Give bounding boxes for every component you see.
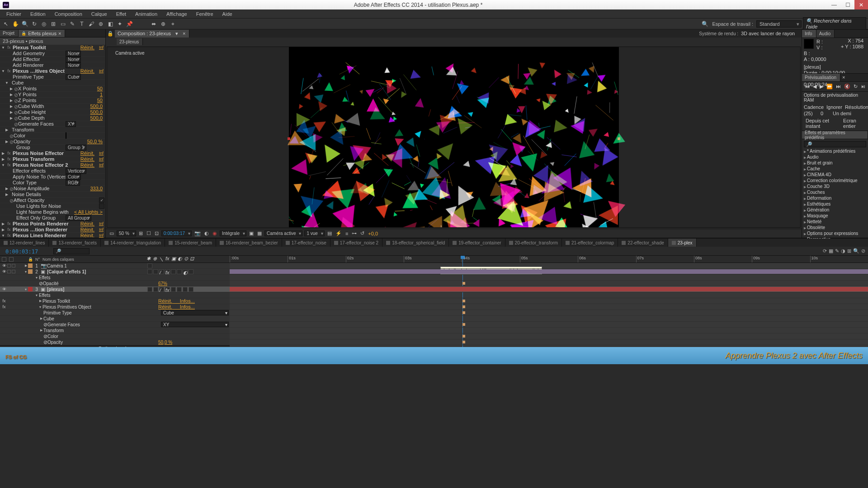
close-button[interactable]: ✕	[854, 0, 868, 9]
rotate-tool[interactable]: ↻	[30, 20, 38, 28]
tl-tool-icon[interactable]: ✎	[835, 248, 839, 254]
y-points-value[interactable]: 1	[100, 92, 104, 97]
reset-link[interactable]: Réinit.	[80, 233, 96, 238]
about-link[interactable]: Inf	[96, 227, 104, 232]
gen-faces-prop[interactable]: Generate Faces	[47, 322, 161, 327]
transform-group[interactable]: Transform	[9, 127, 104, 132]
tl-tab[interactable]: 12-renderer_lines	[0, 239, 49, 247]
magnify-icon[interactable]: ▭	[108, 230, 115, 236]
fast-preview-icon[interactable]: ⚡	[335, 230, 343, 236]
layer-name[interactable]: [plexus]	[47, 287, 147, 292]
affect-opacity-check[interactable]: ✓	[99, 197, 104, 203]
layer-search[interactable]	[53, 248, 90, 254]
tl-tab[interactable]: 17-effector_noise	[282, 239, 330, 247]
transform-prop[interactable]: Transform	[43, 328, 229, 333]
tl-tab[interactable]: 20-effector_transform	[505, 239, 562, 247]
prim-type-prop[interactable]: Primitive Type	[43, 310, 161, 315]
clone-tool[interactable]: ⊛	[97, 20, 105, 28]
minimize-button[interactable]: —	[827, 0, 841, 9]
effects-group[interactable]: Effets	[39, 275, 229, 280]
primobj-prop[interactable]: Plexus Primitives Object	[42, 305, 156, 310]
mask-icon[interactable]: ☐	[146, 230, 152, 236]
tl-tool-icon[interactable]: ⟳	[823, 248, 827, 254]
maximize-button[interactable]: ☐	[841, 0, 854, 9]
cube-height-value[interactable]: 500,0	[90, 109, 104, 115]
info-tab[interactable]: Info	[802, 30, 816, 38]
gen-faces-dd[interactable]: XY	[66, 121, 76, 127]
region-icon[interactable]: ▣	[248, 230, 255, 236]
menu-file[interactable]: Fichier	[2, 10, 26, 18]
preview-tab[interactable]: Prévisualisation	[802, 74, 840, 81]
tab-close-icon[interactable]: ×	[840, 74, 847, 81]
reset-link[interactable]: Réinit.	[80, 68, 96, 74]
about-link[interactable]: Inf	[96, 151, 104, 155]
first-frame-icon[interactable]: ⏮	[805, 84, 810, 89]
next-frame-icon[interactable]: ⏩	[826, 84, 833, 89]
eraser-tool[interactable]: ◧	[106, 20, 114, 28]
loop-icon[interactable]: ↻	[854, 84, 858, 89]
color-swatch[interactable]	[66, 132, 66, 139]
hand-tool[interactable]: ✋	[11, 20, 19, 28]
tl-tab[interactable]: 19-effector_container	[449, 239, 505, 247]
presets-search[interactable]: 🔎	[804, 141, 866, 147]
reset-exp-icon[interactable]: ↺	[359, 230, 365, 236]
last-frame-icon[interactable]: ⏭	[836, 84, 841, 89]
world-axis-icon[interactable]: ⊕	[159, 20, 167, 28]
camera-tool[interactable]: ◎	[40, 20, 48, 28]
gen-faces-dd[interactable]: XY	[161, 322, 229, 327]
play-icon[interactable]: ▶	[820, 84, 823, 89]
snapshot-icon[interactable]: 📷	[193, 230, 202, 236]
add-effector-dd[interactable]: None	[66, 56, 81, 62]
opacity-prop[interactable]: Opacity	[47, 340, 156, 345]
layer-name[interactable]: Caméra 1	[47, 263, 147, 268]
tl-tool-icon[interactable]: 🔍	[853, 248, 859, 254]
tl-tab[interactable]: 22-effector_shade	[618, 239, 668, 247]
preset-item[interactable]: Correction colorimétrique	[802, 178, 868, 183]
add-geometry-dd[interactable]: None	[66, 51, 81, 56]
type-tool[interactable]: T	[78, 20, 86, 28]
preset-item[interactable]: Déformation	[802, 195, 868, 201]
reset-link[interactable]: Réinit.	[80, 45, 96, 50]
anchor-tool[interactable]: ⊞	[49, 20, 57, 28]
presets-tab[interactable]: Effets et paramètres prédéfinis	[802, 131, 868, 139]
exposure-value[interactable]: +0,0	[367, 231, 379, 236]
points-renderer-header[interactable]: Plexus Points Renderer	[13, 221, 80, 226]
tl-tab[interactable]: 16-renderer_beam_bezier	[216, 239, 282, 247]
effects-tab[interactable]: 🔒 Effets plexus ×	[19, 30, 65, 37]
plexus-transform-header[interactable]: Plexus Transform	[13, 156, 80, 162]
tl-tool-icon[interactable]: ▦	[829, 248, 833, 254]
preset-item[interactable]: Esthétiques	[802, 201, 868, 207]
light-name-value[interactable]: < All Lights >	[74, 209, 104, 215]
show-channel-icon[interactable]: ◐	[203, 230, 210, 236]
noise-amp-value[interactable]: 333,0	[90, 186, 104, 191]
tl-tab[interactable]: 13-renderer_facets	[49, 239, 101, 247]
about-link[interactable]: Inf	[96, 157, 104, 161]
x-points-value[interactable]: 50	[97, 86, 104, 91]
roto-tool[interactable]: ✦	[116, 20, 124, 28]
tl-tab-active[interactable]: 23-plex	[668, 239, 697, 247]
about-link[interactable]: Inf	[96, 221, 104, 226]
res-select[interactable]: Un demi	[833, 111, 855, 116]
menu-edit[interactable]: Edition	[26, 10, 50, 18]
reset-link[interactable]: Réinit.	[80, 227, 96, 232]
zoom-tool[interactable]: 🔍	[21, 20, 29, 28]
time-display[interactable]: 0:00:03:17	[161, 230, 192, 236]
tl-tab[interactable]: 17-effector_noise 2	[330, 239, 382, 247]
color-type-dd[interactable]: RGB	[66, 180, 80, 186]
audio-column-icon[interactable]	[9, 257, 14, 262]
preset-item[interactable]: Masquage	[802, 213, 868, 219]
local-axis-icon[interactable]: ⬌	[150, 20, 158, 28]
preset-item[interactable]: CINEMA 4D	[802, 172, 868, 178]
preset-item[interactable]: * Animations prédéfinies	[802, 148, 868, 154]
snap-icon[interactable]: ⌖	[169, 20, 177, 28]
selection-tool[interactable]: ↖	[2, 20, 10, 28]
use-lights-check[interactable]	[99, 203, 104, 209]
menu-window[interactable]: Fenêtre	[192, 10, 218, 18]
tl-tool-icon[interactable]: ◑	[841, 248, 845, 254]
comp-subtab[interactable]: 23-plexus	[117, 38, 143, 45]
noise-effector2-header[interactable]: Plexus Noise Effector 2	[13, 162, 80, 168]
plexus-toolkit-header[interactable]: Plexus Toolkit	[13, 45, 80, 50]
reset-link[interactable]: Réinit.	[80, 162, 96, 168]
grid-icon[interactable]: ⊞	[138, 230, 144, 236]
about-link[interactable]: Inf	[96, 233, 104, 238]
